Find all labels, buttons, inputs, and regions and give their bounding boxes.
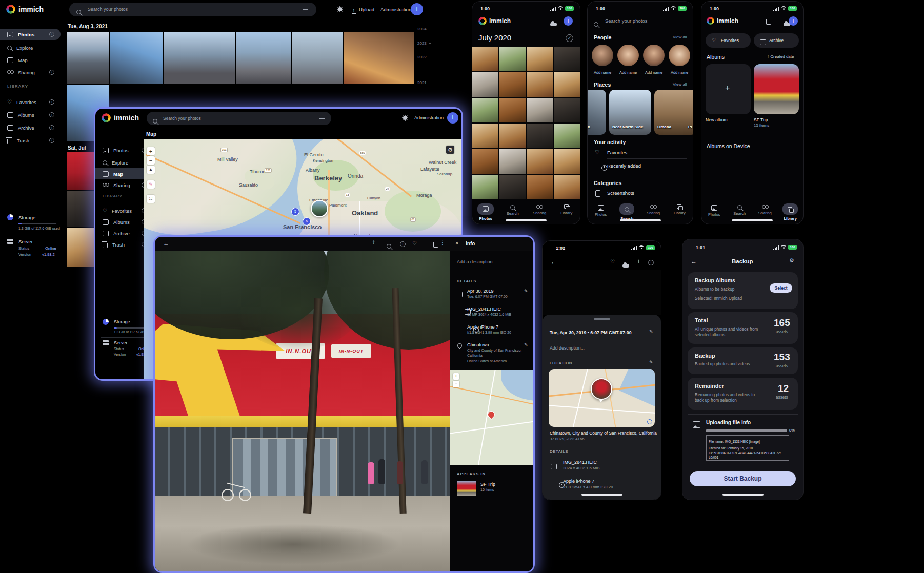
grid-photo[interactable]: [499, 72, 526, 97]
places-view-all[interactable]: View all: [673, 82, 687, 87]
album-name[interactable]: SF Trip: [480, 482, 495, 487]
search-input[interactable]: Search your photos: [147, 112, 331, 125]
edit-date-icon[interactable]: ✎: [649, 329, 653, 334]
add-name-label[interactable]: Add name: [669, 70, 690, 75]
photo-tile[interactable]: [292, 32, 343, 84]
description-input[interactable]: Add a description: [457, 259, 493, 264]
archive-button[interactable]: Archive: [754, 33, 799, 48]
categories-screenshots[interactable]: Screenshots: [607, 190, 634, 196]
search-filter-icon[interactable]: [303, 7, 308, 12]
nav-photos[interactable]: Photos: [474, 203, 497, 221]
grid-photo[interactable]: [472, 47, 498, 71]
close-icon[interactable]: ×: [455, 240, 458, 246]
people-view-all[interactable]: View all: [673, 35, 687, 39]
edit-location-icon[interactable]: ✎: [649, 360, 653, 365]
timeline-scrubber[interactable]: 2024 2023 2022 2021: [416, 26, 432, 97]
photo-tile[interactable]: [236, 32, 291, 84]
map-fullscreen-button[interactable]: ⛶: [147, 195, 155, 203]
add-name-label[interactable]: Add name: [617, 70, 639, 75]
map-zoom-in-button[interactable]: +: [147, 147, 155, 155]
cloud-sync-icon[interactable]: [550, 23, 557, 26]
album-thumb[interactable]: [457, 481, 476, 496]
nav-photos[interactable]: Photos: [703, 203, 726, 217]
nav-library[interactable]: Library: [555, 203, 578, 215]
map-zoom-out-button[interactable]: −: [147, 156, 155, 165]
nav-search[interactable]: Search: [501, 203, 524, 216]
map-photo-marker[interactable]: [311, 200, 328, 217]
search-filter-icon[interactable]: [319, 116, 325, 121]
photo-tile[interactable]: [67, 32, 109, 84]
photo-tile[interactable]: [164, 32, 235, 84]
grid-photo[interactable]: [527, 47, 553, 71]
nav-sharing[interactable]: Sharing: [528, 203, 551, 215]
grid-photo[interactable]: [499, 98, 526, 122]
map-attribution-icon[interactable]: [647, 419, 652, 424]
sidebar-item-map[interactable]: Map: [0, 54, 61, 66]
search-input[interactable]: Search your photos: [69, 3, 316, 16]
grid-photo[interactable]: [554, 175, 580, 199]
grid-photo[interactable]: [554, 47, 580, 71]
grid-photo[interactable]: [527, 72, 553, 97]
favorites-button[interactable]: ♡ Favorites: [706, 33, 751, 48]
grid-photo[interactable]: [499, 175, 526, 199]
info-icon[interactable]: i: [400, 241, 406, 247]
grid-photo[interactable]: [527, 175, 553, 199]
detail-map-card[interactable]: [549, 369, 655, 427]
favorite-heart-icon[interactable]: ♡: [610, 259, 615, 264]
share-icon[interactable]: ⤴: [372, 240, 375, 245]
avatar[interactable]: I: [564, 16, 573, 26]
theme-toggle-icon[interactable]: [403, 116, 407, 120]
new-album-tile[interactable]: +: [706, 64, 751, 114]
info-icon[interactable]: i: [648, 260, 654, 265]
cloud-upload-icon[interactable]: [622, 264, 629, 268]
sidebar-item-favorites[interactable]: ♡Favoritesi: [0, 96, 61, 108]
grid-photo[interactable]: [554, 72, 580, 97]
photo-tile[interactable]: [344, 32, 414, 84]
person-face[interactable]: [592, 45, 613, 66]
avatar[interactable]: I: [789, 16, 798, 26]
sidebar-item-trash[interactable]: Trashi: [0, 135, 61, 146]
nav-sharing[interactable]: Sharing: [754, 203, 776, 215]
grid-photo[interactable]: [499, 149, 526, 174]
activity-favorites[interactable]: Favorites: [607, 150, 627, 155]
sidebar-item-sharing[interactable]: Sharingi: [0, 67, 61, 78]
grid-photo[interactable]: [472, 124, 498, 148]
sidebar-item-photos[interactable]: Photosi: [0, 29, 61, 40]
sidebar-item-explore[interactable]: Explore: [0, 42, 61, 53]
back-icon[interactable]: ←: [691, 258, 697, 265]
back-icon[interactable]: ←: [163, 240, 169, 247]
add-icon[interactable]: +: [637, 258, 640, 265]
grid-photo[interactable]: [472, 175, 498, 199]
upload-icon[interactable]: [352, 9, 356, 14]
nav-photos[interactable]: Photos: [590, 203, 612, 217]
grid-photo[interactable]: [472, 72, 498, 97]
viewer-photo[interactable]: IN-N-OUT IN-N-OUT: [155, 237, 450, 571]
map-settings-gear-icon[interactable]: ⚙: [446, 146, 454, 154]
person-face[interactable]: [617, 45, 639, 66]
avatar[interactable]: I: [411, 3, 423, 15]
add-name-label[interactable]: Add name: [643, 70, 665, 75]
nav-search[interactable]: Search: [728, 203, 751, 216]
grid-photo[interactable]: [472, 149, 498, 174]
administration-link[interactable]: Administration: [380, 7, 411, 12]
info-map-thumbnail[interactable]: + −: [450, 370, 533, 465]
nav-sharing[interactable]: Sharing: [642, 203, 665, 215]
nav-search[interactable]: Search: [616, 203, 638, 221]
add-name-label[interactable]: Add name: [592, 70, 613, 75]
person-face[interactable]: [643, 45, 665, 66]
sidebar-item-albums[interactable]: Albumsi: [0, 109, 61, 120]
detail-photo-area[interactable]: [543, 270, 661, 315]
administration-link[interactable]: Administration: [414, 115, 444, 120]
grid-photo[interactable]: [554, 149, 580, 174]
grid-photo[interactable]: [527, 124, 553, 148]
description-input[interactable]: Add description...: [550, 345, 585, 351]
start-backup-button[interactable]: Start Backup: [690, 471, 796, 486]
trash-icon[interactable]: [766, 19, 771, 25]
grid-photo[interactable]: [527, 149, 553, 174]
map-cluster-marker[interactable]: 5: [291, 208, 299, 216]
edit-date-icon[interactable]: ✎: [524, 289, 528, 294]
grid-photo[interactable]: [527, 98, 553, 122]
map-draw-button[interactable]: ✎: [147, 180, 155, 189]
grid-photo[interactable]: [472, 98, 498, 122]
trash-icon[interactable]: [433, 242, 438, 248]
